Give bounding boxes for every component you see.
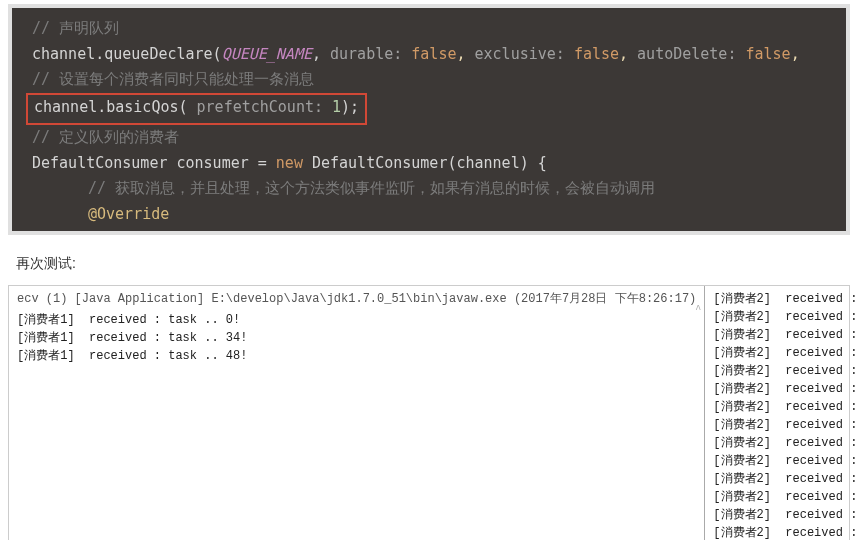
console-line: [消费者1] received : task .. 0! — [17, 311, 696, 329]
console-header: ecv (1) [Java Application] E:\develop\Ja… — [17, 290, 696, 307]
section-label: 再次测试: — [16, 255, 842, 273]
code-comment-1: // 声明队列 — [32, 16, 826, 42]
code-editor: // 声明队列 channel.queueDeclare(QUEUE_NAME,… — [8, 4, 850, 235]
console-line: [消费者2] received : task .. 35! — [713, 290, 858, 308]
console-line: [消费者2] received : task .. 41! — [713, 398, 858, 416]
console-line: [消费者1] received : task .. 34! — [17, 329, 696, 347]
code-comment-2: // 设置每个消费者同时只能处理一条消息 — [32, 67, 826, 93]
console-line: [消费者2] received : task .. 44! — [713, 452, 858, 470]
console-right: [消费者2] received : task .. 35![消费者2] rece… — [705, 286, 858, 540]
code-comment-4: // 获取消息，并且处理，这个方法类似事件监听，如果有消息的时候，会被自动调用 — [32, 176, 826, 202]
console-line: [消费者2] received : task .. 36! — [713, 308, 858, 326]
code-line-queuedeclare: channel.queueDeclare(QUEUE_NAME, durable… — [32, 42, 826, 68]
console-line: [消费者2] received : task .. 42! — [713, 416, 858, 434]
console-line: [消费者2] received : task .. 45! — [713, 470, 858, 488]
console-line: [消费者2] received : task .. 43! — [713, 434, 858, 452]
code-comment-3: // 定义队列的消费者 — [32, 125, 826, 151]
code-line-consumer: DefaultConsumer consumer = new DefaultCo… — [32, 151, 826, 177]
highlighted-code-box: channel.basicQos( prefetchCount: 1); — [26, 93, 367, 126]
console-line: [消费者2] received : task .. 49! — [713, 524, 858, 540]
console-line: [消费者2] received : task .. 47! — [713, 506, 858, 524]
console-line: [消费者2] received : task .. 40! — [713, 380, 858, 398]
console-left: ecv (1) [Java Application] E:\develop\Ja… — [9, 286, 705, 540]
code-line-basicqos: channel.basicQos( prefetchCount: 1); — [32, 93, 826, 126]
scroll-indicator-icon: ^ — [695, 304, 701, 315]
console-line: [消费者2] received : task .. 39! — [713, 362, 858, 380]
console-line: [消费者2] received : task .. 38! — [713, 344, 858, 362]
console-line: [消费者2] received : task .. 46! — [713, 488, 858, 506]
console-line: [消费者1] received : task .. 48! — [17, 347, 696, 365]
console-line: [消费者2] received : task .. 37! — [713, 326, 858, 344]
console-output: ecv (1) [Java Application] E:\develop\Ja… — [8, 285, 850, 540]
code-annotation: @Override — [32, 202, 826, 228]
